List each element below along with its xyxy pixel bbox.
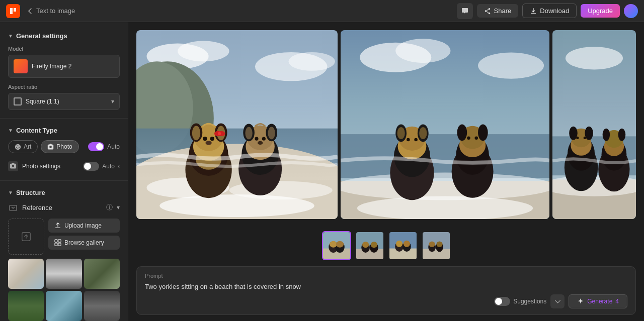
auto-toggle-switch[interactable] bbox=[88, 142, 104, 151]
model-thumbnail bbox=[14, 59, 28, 73]
svg-point-45 bbox=[255, 137, 258, 141]
svg-point-115 bbox=[429, 242, 435, 247]
svg-point-104 bbox=[370, 242, 377, 248]
expand-prompt-button[interactable] bbox=[550, 294, 565, 308]
svg-point-85 bbox=[576, 137, 579, 139]
content-type-toggles: Art Photo Auto bbox=[8, 140, 120, 153]
suggestions-label: Suggestions bbox=[513, 298, 546, 305]
photo-settings-toggle-switch[interactable] bbox=[83, 162, 99, 171]
svg-point-29 bbox=[192, 126, 200, 141]
sample-image-3[interactable] bbox=[84, 259, 120, 289]
svg-point-13 bbox=[289, 52, 335, 71]
general-settings-title: General settings bbox=[16, 32, 67, 40]
app-logo[interactable] bbox=[6, 4, 20, 18]
thumbnail-3[interactable] bbox=[388, 231, 418, 260]
svg-rect-3 bbox=[10, 205, 17, 210]
avatar[interactable] bbox=[624, 4, 638, 18]
svg-point-70 bbox=[457, 124, 467, 141]
reference-label: Reference bbox=[22, 204, 102, 211]
suggestions-toggle-switch[interactable] bbox=[494, 297, 510, 306]
divider-2 bbox=[0, 180, 128, 181]
download-button[interactable]: Download bbox=[522, 4, 577, 18]
upgrade-button[interactable]: Upgrade bbox=[581, 4, 620, 18]
generate-button[interactable]: Generate 4 bbox=[569, 294, 627, 308]
thumbnail-4[interactable] bbox=[422, 231, 451, 260]
svg-point-110 bbox=[403, 241, 410, 247]
photo-settings-label: Photo settings bbox=[22, 163, 79, 170]
svg-point-86 bbox=[584, 137, 586, 139]
photo-settings-expand[interactable]: ‹ bbox=[118, 163, 120, 170]
structure-header[interactable]: ▼ Structure bbox=[8, 189, 120, 196]
photo-toggle-btn[interactable]: Photo bbox=[41, 140, 78, 153]
svg-point-103 bbox=[362, 242, 369, 248]
reference-icon bbox=[8, 202, 18, 212]
auto-label: Auto bbox=[107, 143, 120, 150]
aspect-ratio-selector[interactable]: Square (1:1) ▾ bbox=[8, 93, 120, 110]
general-settings-header[interactable]: ▼ General settings bbox=[8, 32, 120, 40]
prompt-actions: Suggestions Generate 4 bbox=[145, 294, 627, 308]
thumbnail-2[interactable] bbox=[355, 231, 384, 260]
back-button[interactable]: Text to image bbox=[26, 7, 75, 15]
main-generated-image[interactable] bbox=[136, 30, 338, 219]
svg-point-116 bbox=[436, 242, 442, 247]
svg-point-46 bbox=[262, 137, 266, 141]
svg-rect-52 bbox=[341, 134, 549, 178]
svg-rect-5 bbox=[55, 240, 57, 242]
content-type-header[interactable]: ▼ Content Type bbox=[8, 127, 120, 134]
svg-point-71 bbox=[478, 124, 488, 141]
messages-icon-btn[interactable] bbox=[457, 3, 473, 19]
upload-area-row: Upload image Browse gallery bbox=[8, 219, 120, 255]
sample-image-6[interactable] bbox=[84, 291, 120, 321]
prompt-text[interactable]: Two yorkies sitting on a beach that is c… bbox=[145, 283, 627, 290]
model-label: Model bbox=[8, 46, 120, 52]
secondary-generated-image[interactable] bbox=[341, 30, 549, 219]
svg-point-109 bbox=[396, 241, 403, 247]
svg-point-75 bbox=[566, 47, 623, 70]
chevron-down-icon: ▼ bbox=[8, 128, 13, 133]
sample-image-4[interactable] bbox=[8, 291, 44, 321]
svg-rect-100 bbox=[356, 249, 383, 259]
prompt-label: Prompt bbox=[145, 273, 627, 279]
svg-rect-8 bbox=[58, 243, 61, 246]
divider bbox=[0, 118, 128, 119]
svg-point-0 bbox=[488, 8, 490, 10]
upload-image-button[interactable]: Upload image bbox=[48, 219, 120, 233]
svg-point-33 bbox=[205, 141, 211, 145]
photo-settings-auto: Auto bbox=[102, 163, 115, 170]
thumbnail-1[interactable] bbox=[322, 231, 351, 260]
header-actions: Share Download Upgrade bbox=[457, 3, 638, 19]
sample-image-5[interactable] bbox=[46, 291, 82, 321]
svg-point-11 bbox=[178, 41, 229, 61]
header: Text to image Share Download Upgrade bbox=[0, 0, 644, 22]
chevron-down-icon: ▼ bbox=[8, 33, 13, 39]
browse-gallery-button[interactable]: Browse gallery bbox=[48, 236, 120, 250]
svg-rect-7 bbox=[55, 243, 57, 246]
svg-point-43 bbox=[245, 127, 252, 140]
sample-image-1[interactable] bbox=[8, 259, 44, 289]
tertiary-generated-image[interactable] bbox=[552, 30, 636, 219]
share-button[interactable]: Share bbox=[477, 4, 519, 18]
svg-point-1 bbox=[485, 10, 487, 12]
chevron-down-icon: ▼ bbox=[8, 190, 13, 195]
svg-point-51 bbox=[478, 52, 544, 78]
main-layout: ▼ General settings Model Firefly Image 2… bbox=[0, 22, 644, 321]
svg-point-62 bbox=[397, 127, 405, 139]
svg-point-64 bbox=[407, 138, 410, 142]
svg-point-91 bbox=[603, 129, 610, 141]
svg-point-54 bbox=[341, 173, 549, 200]
photo-settings-icon bbox=[8, 161, 18, 171]
art-toggle-btn[interactable]: Art bbox=[8, 140, 38, 153]
info-icon[interactable]: ⓘ bbox=[106, 203, 113, 212]
thumbnails-strip bbox=[128, 227, 644, 264]
page-title: Text to image bbox=[36, 7, 75, 15]
expand-chevron-icon[interactable]: ▾ bbox=[117, 204, 120, 211]
svg-point-36 bbox=[218, 132, 221, 135]
upload-drop-zone[interactable] bbox=[8, 219, 44, 255]
model-selector[interactable]: Firefly Image 2 bbox=[8, 55, 120, 78]
svg-point-32 bbox=[210, 137, 214, 141]
image-gallery bbox=[128, 22, 644, 227]
sample-image-2[interactable] bbox=[46, 259, 82, 289]
suggestions-toggle-group: Suggestions bbox=[494, 297, 546, 306]
photo-settings-toggle: Auto ‹ bbox=[83, 162, 120, 171]
photo-settings-row: Photo settings Auto ‹ bbox=[8, 158, 120, 174]
